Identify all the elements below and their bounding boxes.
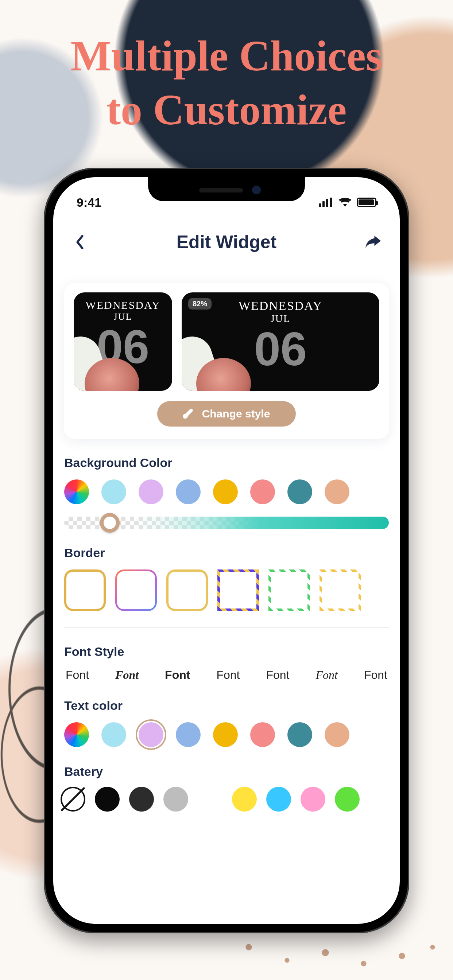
color-swatch[interactable]	[101, 722, 126, 747]
color-swatch[interactable]	[64, 479, 89, 504]
font-option[interactable]: Font	[316, 668, 338, 682]
widget-preview-small[interactable]: WEDNESDAY JUL 06	[74, 293, 172, 391]
slider-thumb[interactable]	[100, 513, 120, 533]
widget-date: 06	[254, 327, 307, 372]
page-title: Edit Widget	[177, 232, 277, 253]
cellular-icon	[319, 197, 333, 207]
widget-weekday: WEDNESDAY	[85, 299, 160, 311]
font-option[interactable]: Font	[165, 668, 190, 682]
section-title: Border	[64, 546, 389, 560]
color-swatch[interactable]	[287, 722, 312, 747]
border-option[interactable]	[115, 570, 157, 611]
battery-section: Batery	[53, 765, 400, 811]
change-style-label: Change style	[202, 407, 270, 420]
color-swatch[interactable]	[250, 479, 275, 504]
color-swatch[interactable]	[213, 722, 238, 747]
widget-preview-card: WEDNESDAY JUL 06 82% WEDNESDAY JUL 06	[64, 283, 389, 439]
marketing-heading: Multiple Choices to Customize	[0, 29, 453, 137]
border-option[interactable]	[319, 570, 361, 611]
font-option[interactable]: Font	[364, 668, 388, 682]
color-swatch[interactable]	[163, 787, 188, 811]
border-option[interactable]	[64, 570, 106, 611]
border-section: Border	[64, 546, 389, 611]
font-option[interactable]: Font	[65, 668, 89, 682]
border-option[interactable]	[268, 570, 310, 611]
color-swatch[interactable]	[176, 479, 201, 504]
back-button[interactable]	[71, 233, 89, 251]
device-notch	[148, 177, 305, 201]
nav-bar: Edit Widget	[53, 224, 400, 259]
font-option[interactable]: Font	[216, 668, 239, 682]
border-option[interactable]	[166, 570, 208, 611]
color-swatch[interactable]	[129, 787, 154, 811]
wifi-icon	[338, 196, 352, 210]
status-time: 9:41	[77, 196, 101, 210]
section-title: Text color	[64, 698, 389, 713]
color-swatch[interactable]	[325, 722, 349, 747]
color-swatch[interactable]	[101, 479, 126, 504]
brush-icon	[183, 407, 196, 420]
color-swatch[interactable]	[301, 787, 325, 811]
color-swatch[interactable]	[335, 787, 360, 811]
color-swatch[interactable]	[266, 787, 291, 811]
opacity-slider[interactable]	[64, 517, 389, 529]
widget-preview-medium[interactable]: 82% WEDNESDAY JUL 06	[182, 293, 379, 391]
color-swatch[interactable]	[325, 479, 349, 504]
color-swatch[interactable]	[250, 722, 275, 747]
color-swatch[interactable]	[139, 722, 163, 747]
share-button[interactable]	[364, 233, 382, 251]
section-title: Background Color	[64, 456, 389, 470]
divider	[64, 627, 389, 628]
color-swatch[interactable]	[95, 787, 120, 811]
border-option[interactable]	[217, 570, 259, 611]
font-style-section: Font Style Font Font Font Font Font Font…	[64, 644, 389, 682]
font-option[interactable]: Font	[266, 668, 289, 682]
color-swatch[interactable]	[213, 479, 238, 504]
color-swatch[interactable]	[139, 479, 163, 504]
color-swatch[interactable]	[232, 787, 257, 811]
color-swatch[interactable]	[287, 479, 312, 504]
color-swatch[interactable]	[64, 722, 89, 747]
widget-weekday: WEDNESDAY	[239, 299, 322, 313]
text-color-section: Text color	[64, 698, 389, 747]
section-title: Batery	[64, 765, 389, 779]
color-swatch[interactable]	[176, 722, 201, 747]
change-style-button[interactable]: Change style	[157, 401, 296, 426]
color-swatch[interactable]	[61, 787, 85, 811]
background-color-section: Background Color	[64, 456, 389, 529]
battery-icon	[357, 197, 376, 207]
phone-frame: 9:41 Edit Widget WEDNESDA	[44, 168, 409, 933]
widget-battery-badge: 82%	[188, 298, 212, 310]
section-title: Font Style	[64, 644, 389, 659]
font-option[interactable]: Font	[115, 668, 139, 682]
